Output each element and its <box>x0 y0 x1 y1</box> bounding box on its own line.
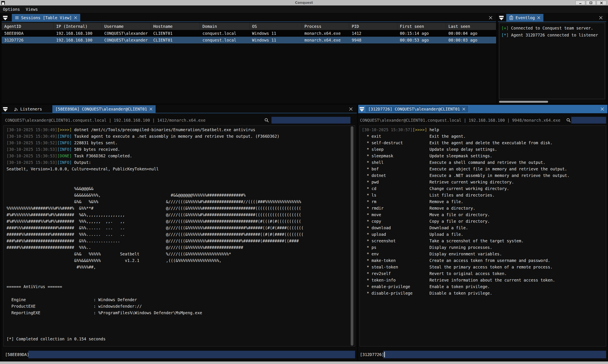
console-line: [30-10-2025 15:30:52][INFO] 228831 bytes… <box>7 140 352 146</box>
console-line: Engine : Windows Defender <box>7 297 352 303</box>
tab-agent-312D7726[interactable]: [312D7726] CONQUEST\alexander@CLIENT01 <box>365 105 469 113</box>
console-line: #%%%%##, <box>7 264 352 270</box>
console-line: &%& %%%%% Seatbelt %////(((&%%%%%%%%%%%%… <box>7 251 352 257</box>
column-header[interactable]: Last seen <box>446 23 496 30</box>
close-icon <box>600 107 604 111</box>
console-line: [30-10-2025 15:30:57][>>>>] help <box>362 127 604 133</box>
table-cell: CLIENT01 <box>151 37 200 43</box>
table-row[interactable]: 58EE89DA192.168.168.100CONQUEST\alexande… <box>2 30 496 37</box>
column-header[interactable]: OS <box>250 23 302 30</box>
signal-icon <box>14 107 18 111</box>
maximize-button[interactable] <box>586 1 596 5</box>
close-panel-button[interactable] <box>600 107 604 111</box>
console-line: * upload Upload a file. <box>362 231 604 238</box>
column-header[interactable]: Username <box>102 23 151 30</box>
column-header[interactable]: Hostname <box>151 23 200 30</box>
console-line: * token-info Retrieve information about … <box>362 277 604 284</box>
menu-options[interactable]: Options <box>3 7 20 12</box>
collapse-button[interactable] <box>359 106 365 112</box>
eventlog-panel-header: Eventlog <box>498 13 606 22</box>
collapse-icon <box>2 106 8 112</box>
close-window-button[interactable] <box>597 1 606 5</box>
table-cell: Windows 11 <box>250 30 302 37</box>
clipboard-icon <box>509 15 513 20</box>
tab-eventlog[interactable]: Eventlog <box>506 14 543 22</box>
table-cell: monarch.x64.exe <box>302 30 349 37</box>
console-line: [*] Completed collection in 0.154 second… <box>7 336 352 342</box>
console-line: ####%%%##############%###### &%%...... .… <box>7 225 352 231</box>
table-row[interactable]: 312D7726192.168.168.100CONQUEST\alexande… <box>2 37 496 43</box>
console-line: &%%&&&%%%%% v1.2.1 ,(((&%%%%%%%%%%%%%%%%… <box>7 257 352 264</box>
console-line <box>7 290 352 297</box>
close-tab-icon[interactable] <box>74 16 77 19</box>
command-input[interactable] <box>383 351 606 358</box>
console-line: #####%%##################### %%%.. @////… <box>7 244 352 251</box>
table-cell: CLIENT01 <box>151 30 200 37</box>
agent-status-line: CONQUEST\alexander@CLIENT01.conquest.loc… <box>360 117 560 124</box>
maximize-icon <box>589 1 593 5</box>
tab-sessions[interactable]: Sessions [Table View] <box>12 14 80 22</box>
text-cursor <box>384 352 385 357</box>
column-header[interactable]: Process <box>302 23 349 30</box>
agent-console-output: [30-10-2025 15:30:57][>>>>] help * exit … <box>360 126 606 347</box>
console-line: * copy Copy a file or directory. <box>362 218 604 225</box>
console-line <box>7 172 352 179</box>
console-line: * disable-privilege Disable a token priv… <box>362 290 604 297</box>
command-input[interactable] <box>28 351 355 358</box>
console-line: [30-10-2025 15:30:49][>>>>] dotnet /mnt/… <box>7 127 352 133</box>
column-header[interactable]: IP (Internal) <box>54 23 102 30</box>
table-cell: 58EE89DA <box>2 30 54 37</box>
close-panel-button[interactable] <box>349 107 353 111</box>
console-line: * self-destruct Exit the agent and delet… <box>362 140 604 146</box>
collapse-button[interactable] <box>2 15 8 20</box>
table-cell: conquest.local <box>200 37 250 43</box>
column-header[interactable]: Domain <box>200 23 250 30</box>
console-line: * rev2self Revert to original access tok… <box>362 270 604 277</box>
sessions-table-header: AgentIDIP (Internal)UsernameHostnameDoma… <box>2 23 496 30</box>
console-line: &&&&&&&%%%, #&&@@@@@@%%%%%%#############… <box>7 192 352 198</box>
column-header[interactable]: PID <box>349 23 397 30</box>
close-icon <box>600 1 603 5</box>
console-line: * exit Exit the agent. <box>362 133 604 140</box>
console-line: * env Display environment variables. <box>362 251 604 257</box>
console-line: * bof Execute an object file in memory a… <box>362 166 604 172</box>
table-cell: 9948 <box>349 37 397 43</box>
collapse-icon <box>499 15 504 20</box>
close-tab-icon[interactable] <box>537 16 540 19</box>
window-title: Conquest <box>0 0 608 5</box>
close-panel-button[interactable] <box>599 16 603 20</box>
minimize-button[interactable] <box>576 1 585 5</box>
console-line <box>7 277 352 284</box>
search-input[interactable] <box>271 117 351 124</box>
tab-sessions-label: Sessions [Table View] <box>21 15 72 20</box>
collapse-button[interactable] <box>499 15 504 20</box>
column-header[interactable]: First seen <box>397 23 446 30</box>
tab-listeners[interactable]: Listeners <box>11 105 45 113</box>
close-tab-icon[interactable] <box>149 107 153 111</box>
column-header[interactable]: AgentID <box>2 23 54 30</box>
agent-panel-312D7726: [312D7726] CONQUEST\alexander@CLIENT01 C… <box>358 105 607 361</box>
horizontal-scrollbar[interactable] <box>499 101 548 103</box>
console-line: * rm Remove a file. <box>362 198 604 205</box>
console-line: %&&@@@&& <box>7 185 352 192</box>
console-line: [30-10-2025 15:30:53][DONE] Task F366D36… <box>7 153 352 159</box>
menu-views[interactable]: Views <box>26 7 38 12</box>
agent-status-line: CONQUEST\alexander@CLIENT01.conquest.loc… <box>5 117 205 124</box>
tab-agent-58EE89DA[interactable]: [58EE89DA] CONQUEST\alexander@CLIENT01 <box>52 105 156 113</box>
search-input[interactable] <box>571 117 606 124</box>
close-tab-icon[interactable] <box>462 107 465 111</box>
tab-eventlog-label: Eventlog <box>515 15 535 20</box>
console-line: [30-10-2025 15:30:53][INFO] 589 bytes re… <box>7 146 352 153</box>
table-cell: Windows 11 <box>250 37 302 43</box>
table-cell: CONQUEST\alexander <box>102 37 151 43</box>
search-icon <box>264 117 269 124</box>
vertical-scrollbar[interactable] <box>351 126 353 346</box>
console-line: [30-10-2025 15:30:49][INFO] Tasked agent… <box>7 133 352 140</box>
console-line <box>7 270 352 277</box>
sessions-table-body: 58EE89DA192.168.168.100CONQUEST\alexande… <box>2 30 496 43</box>
console-line: #%#%%%%%%#####%%#%#%%####### %%%,,,,,, ,… <box>7 218 352 225</box>
collapse-button[interactable] <box>2 106 8 112</box>
console-line: %%%%%%%%%%%######%%%#%%####% &%%**# @///… <box>7 205 352 211</box>
titlebar: Conquest <box>0 0 608 5</box>
close-panel-button[interactable] <box>488 16 493 20</box>
